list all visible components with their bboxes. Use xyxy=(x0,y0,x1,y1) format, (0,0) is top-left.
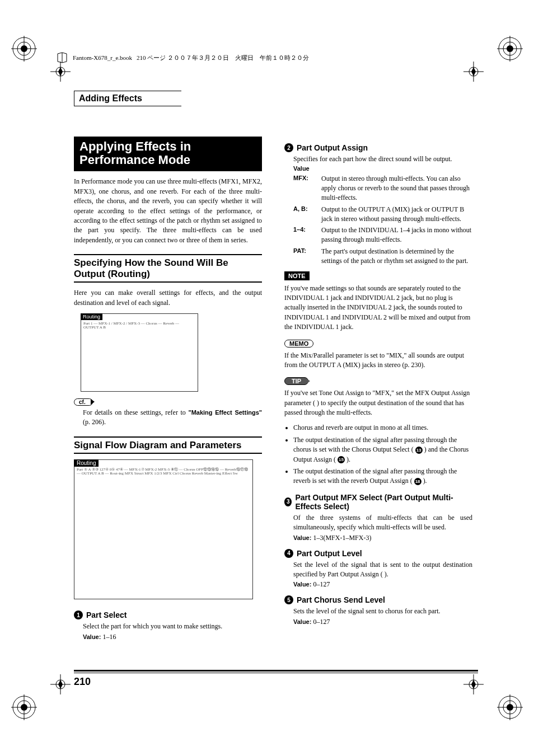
heading-part-output-level: 4Part Output Level xyxy=(284,549,472,558)
crop-ornament-br xyxy=(497,694,523,720)
note-pill: NOTE xyxy=(284,271,310,280)
part-select-value: Value: 1–16 xyxy=(83,633,262,641)
h3-value: Value: 1–3(MFX-1–MFX-3) xyxy=(293,534,472,542)
crop-mark-tr xyxy=(463,62,484,82)
heading-part-output-assign-text: Part Output Assign xyxy=(297,143,368,152)
left-column: Applying Effects in Performance Mode In … xyxy=(74,137,262,641)
tip-bullets: Chorus and reverb are output in mono at … xyxy=(293,423,472,486)
heading-part-output-level-text: Part Output Level xyxy=(297,549,362,558)
num-3-icon: 3 xyxy=(284,497,292,506)
h2-desc: Specifies for each part how the direct s… xyxy=(293,154,472,164)
def-val: Output to the INDIVIDUAL 1–4 jacks in mo… xyxy=(321,226,472,245)
page-number: 210 xyxy=(74,676,91,688)
def-key: MFX: xyxy=(293,174,316,202)
heading-part-chorus-send-text: Part Chorus Send Level xyxy=(297,595,385,604)
num-15-icon: 15 xyxy=(338,456,345,463)
heading-part-select-text: Part Select xyxy=(86,611,127,619)
cf-text: For details on these settings, refer to … xyxy=(83,408,262,428)
value-range: 1–16 xyxy=(101,633,116,641)
tip-text: If you've set Tone Out Assign to "MFX," … xyxy=(284,389,470,416)
num-1-icon: 1 xyxy=(74,611,83,619)
routing-intro: Here you can make overall settings for e… xyxy=(74,288,262,308)
note-body: If you've made settings so that sounds a… xyxy=(284,284,472,332)
part-select-desc: Select the part for which you want to ma… xyxy=(83,622,262,631)
num-13-icon: 13 xyxy=(415,447,423,454)
num-5-icon: 5 xyxy=(284,595,293,604)
crop-mark-tl xyxy=(50,62,71,82)
h3-desc: Of the three systems of multi-effects th… xyxy=(293,513,472,533)
def-val: Output in stereo through multi-effects. … xyxy=(321,174,472,202)
bullet-1: Chorus and reverb are output in mono at … xyxy=(293,423,472,433)
crop-ornament-tr xyxy=(497,36,523,62)
num-2-icon: 2 xyxy=(284,143,293,152)
crop-ornament-bl xyxy=(11,694,37,720)
banner-applying-effects: Applying Effects in Performance Mode xyxy=(74,137,262,171)
content-area: Adding Effects Applying Effects in Perfo… xyxy=(74,91,478,666)
cf-text-c: (p. 206). xyxy=(83,418,106,426)
section-title: Adding Effects xyxy=(74,91,181,106)
intro-paragraph: In Performance mode you can use three mu… xyxy=(74,177,262,245)
def-pat: PAT:The part's output destination is det… xyxy=(293,247,472,266)
def-key: A, B: xyxy=(293,205,316,224)
subhead-signal-flow: Signal Flow Diagram and Parameters xyxy=(74,436,262,454)
subhead-routing: Specifying How the Sound Will Be Output … xyxy=(74,254,262,283)
heading-part-output-mfx-select: 3Part Output MFX Select (Part Output Mul… xyxy=(284,493,472,511)
heading-part-output-mfx-select-text: Part Output MFX Select (Part Output Mult… xyxy=(295,493,472,511)
cf-pill: cf. xyxy=(74,398,93,406)
crop-mark-br xyxy=(463,674,484,694)
book-header-strip: Fantom-X678_r_e.book 210 ページ ２００７年３月２０日 … xyxy=(56,51,478,64)
num-18-icon: 18 xyxy=(414,478,421,485)
def-ab: A, B:Output to the OUTPUT A (MIX) jack o… xyxy=(293,205,472,224)
fig-label: Routing xyxy=(81,313,102,320)
tip-body: If you've set Tone Out Assign to "MFX," … xyxy=(284,388,472,417)
heading-part-output-assign: 2Part Output Assign xyxy=(284,143,472,152)
tip-pill: TIP xyxy=(284,377,308,385)
memo-body: If the Mix/Parallel parameter is set to … xyxy=(284,351,472,370)
cf-text-b: "Making Effect Settings" xyxy=(188,409,262,416)
def-val: Output to the OUTPUT A (MIX) jack or OUT… xyxy=(321,205,472,224)
def-14: 1–4:Output to the INDIVIDUAL 1–4 jacks i… xyxy=(293,226,472,245)
def-mfx: MFX:Output in stereo through multi-effec… xyxy=(293,174,472,202)
def-key: 1–4: xyxy=(293,226,316,245)
value-label: Value: xyxy=(83,633,101,640)
crop-mark-bl xyxy=(50,674,71,694)
crop-ornament-tl xyxy=(11,36,37,62)
h4-desc: Set the level of the signal that is sent… xyxy=(293,560,472,580)
bullet-2: The output destination of the signal aft… xyxy=(293,435,472,464)
book-icon xyxy=(56,51,68,64)
cf-text-a: For details on these settings, refer to xyxy=(83,408,188,416)
def-val: The part's output destination is determi… xyxy=(321,247,472,266)
h5-value: Value: 0–127 xyxy=(293,618,472,626)
book-page-jp: 210 ページ ２００７年３月２０日 火曜日 午前１０時２０分 xyxy=(137,54,309,62)
book-title: Fantom-X678_r_e.book xyxy=(73,54,132,61)
routing-figure-small: Routing Part 1 — MFX-1 / MFX-2 / MFX-3 —… xyxy=(81,313,198,392)
heading-part-select: 1Part Select xyxy=(74,611,262,619)
def-key: PAT: xyxy=(293,247,316,266)
heading-part-chorus-send: 5Part Chorus Send Level xyxy=(284,595,472,604)
h4-value: Value: 0–127 xyxy=(293,580,472,589)
footer-rule xyxy=(74,670,478,673)
num-4-icon: 4 xyxy=(284,549,293,558)
fig-large-label: Routing xyxy=(74,459,99,467)
value-header: Value xyxy=(293,165,472,172)
routing-figure-large: Routing Part ① A ②③ 127④ 0⑤ 47⑥ — MFX-1⑦… xyxy=(74,459,253,599)
memo-pill: MEMO xyxy=(284,340,313,348)
bullet-3: The output destination of the signal aft… xyxy=(293,467,472,486)
h5-desc: Sets the level of the signal sent to cho… xyxy=(293,607,472,616)
right-column: 2Part Output Assign Specifies for each p… xyxy=(284,137,472,641)
page: Fantom-X678_r_e.book 210 ページ ２００７年３月２０日 … xyxy=(0,0,534,756)
